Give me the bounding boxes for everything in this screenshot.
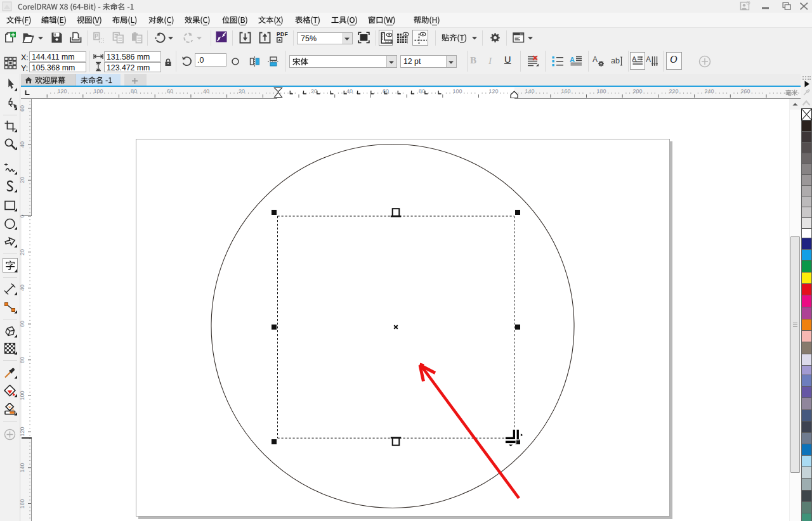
svg-text:ab: ab [611,56,620,65]
svg-text:A: A [646,55,651,64]
svg-text:A: A [570,56,575,63]
svg-text:A: A [593,55,598,64]
